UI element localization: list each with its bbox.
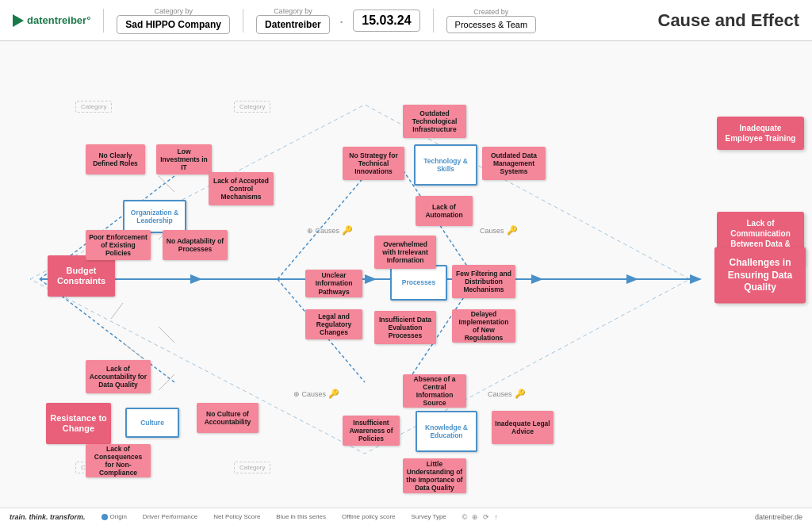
footer-legend-survey: Survey Type [412, 513, 446, 520]
category-label2: Category by [274, 7, 312, 15]
absence-central-note: Absence of a Central Information Source [403, 374, 466, 408]
causes-arrow3: 🔑 [328, 389, 339, 399]
lack-accepted-note: Lack of Accepted Control Mechanisms [209, 172, 274, 205]
outdated-dms-note: Outdated Data Management Systems [482, 147, 546, 180]
culture-text: Culture [140, 419, 164, 427]
svg-marker-9 [190, 274, 202, 284]
processes-text: Processes [402, 278, 436, 286]
svg-marker-1 [690, 274, 702, 284]
topic-field: Processes & Team [446, 16, 537, 33]
cat-label-bottom-right: Category [234, 462, 270, 473]
delayed-impl-note: Delayed Implementation of New Regulation… [452, 309, 515, 343]
overwhelmed-text: Overwhelmed with Irrelevant Information [377, 240, 433, 265]
poor-enforcement-text: Poor Enforcement of Existing Policies [89, 233, 147, 258]
outdated-infra-note: Outdated Technological Infrastructure [403, 105, 466, 138]
causes-label3-text: ⊕ Causes [293, 390, 326, 398]
insufficient-awareness-text: Insufficient Awareness of Policies [346, 419, 396, 443]
footer-legend-origin: Origin [102, 513, 127, 520]
footer-legend-driver: Driver Performance [143, 513, 197, 520]
date-field: 15.03.24 [353, 10, 419, 32]
inadequate-legal-note: Inadequate Legal Advice [492, 411, 553, 444]
no-strategy-text: No Strategy for Technical Innovations [346, 151, 401, 176]
category-label1: Category by [154, 7, 193, 15]
separator3 [433, 9, 434, 33]
cc-sa-icon: ⟳ [483, 513, 489, 521]
unclear-info-text: Unclear Information Pathways [308, 271, 359, 296]
outdated-dms-text: Outdated Data Management Systems [485, 151, 542, 176]
website: datentreiber.de [755, 513, 802, 521]
causes-label2: Causes 🔑 [480, 225, 518, 236]
svg-line-22 [111, 303, 123, 319]
processes-note: Processes [390, 265, 447, 301]
overwhelmed-note: Overwhelmed with Irrelevant Information [374, 236, 436, 269]
svg-line-20 [123, 343, 143, 358]
no-strategy-note: No Strategy for Technical Innovations [343, 147, 404, 180]
tech-skills-text: Technology & Skills [419, 157, 473, 173]
lack-accountability-note: Lack of Accountability for Data Quality [86, 360, 151, 393]
footer-legend-blue: Blue in this series [276, 513, 326, 520]
cc-icon: © [462, 513, 468, 521]
company-field: Sad HIPPO Company [117, 15, 230, 34]
svg-line-21 [159, 374, 174, 390]
causes-arrow1: 🔑 [342, 225, 353, 236]
causes-arrow4: 🔑 [515, 389, 526, 399]
share-icon: ↑ [494, 513, 498, 521]
logo-text: datentreiber° [27, 14, 90, 26]
legal-regulatory-note: Legal and Regulatory Changes [305, 309, 362, 339]
legal-reg-text: Legal and Regulatory Changes [308, 312, 359, 337]
cat-label-top-left: Category [75, 101, 112, 113]
little-understanding-text: Little Understanding of the Importance o… [406, 460, 463, 492]
company2-field: Datentreiber [256, 15, 330, 34]
main-effect-box: Challenges in Ensuring Data Quality [714, 247, 806, 304]
low-investments-note: Low Investments in IT [156, 144, 212, 174]
topic-group: Created by Processes & Team [446, 8, 537, 33]
outdated-infra-text: Outdated Technological Infrastructure [406, 109, 463, 134]
footer-legend-net: Net Policy Score [213, 513, 260, 520]
lack-consequences-note: Lack of Consequences for Non-Compliance [86, 444, 151, 477]
lack-accepted-text: Lack of Accepted Control Mechanisms [212, 177, 270, 201]
cc-by-icon: ⊕ [472, 513, 478, 521]
resistance-note: Resistance to Change [46, 403, 111, 444]
created-by-label: Created by [473, 8, 508, 16]
no-culture-note: No Culture of Accountability [197, 403, 259, 433]
org-leadership-note: Organization & Leadership [123, 200, 186, 233]
budget-constraints-text: Budget Constraints [51, 266, 112, 286]
causes-label4: Causes 🔑 [488, 389, 526, 399]
header-bar: datentreiber° Category by Sad HIPPO Comp… [0, 0, 812, 41]
svg-marker-12 [626, 274, 638, 284]
svg-line-17 [159, 176, 174, 192]
few-filtering-note: Few Filtering and Distribution Mechanism… [452, 265, 515, 298]
delayed-impl-text: Delayed Implementation of New Regulation… [455, 310, 512, 343]
main-effect-text: Challenges in Ensuring Data Quality [728, 257, 792, 293]
causes-label2-text: Causes [480, 227, 504, 235]
footer-icons: © ⊕ ⟳ ↑ [462, 513, 498, 521]
inadequate-training-text: Inadequate Employee Training [726, 124, 796, 143]
knowledge-education-note: Knowledge & Education [416, 411, 477, 452]
main-canvas: Category Category Category Category ⊕ Ca… [0, 41, 812, 509]
separator2 [243, 9, 243, 33]
absence-central-text: Absence of a Central Information Source [406, 375, 463, 408]
causes-label1: ⊕ Causes 🔑 [307, 225, 353, 236]
lack-automation-text: Lack of Automation [419, 203, 469, 219]
footer-legend-offline: Offline policy score [342, 513, 395, 520]
no-clearly-defined-note: No Clearly Defined Roles [86, 144, 145, 174]
slogan: train. think. transform. [10, 513, 86, 521]
knowledge-education-text: Knowledge & Education [420, 423, 473, 439]
svg-marker-10 [365, 274, 377, 284]
lack-automation-note: Lack of Automation [416, 196, 473, 226]
technology-skills-note: Technology & Skills [414, 144, 477, 186]
logo-icon [13, 14, 24, 27]
culture-note: Culture [125, 408, 179, 438]
low-investments-text: Low Investments in IT [159, 148, 209, 172]
resistance-text: Resistance to Change [49, 413, 108, 434]
no-adaptability-note: No Adaptability of Processes [163, 230, 228, 260]
unclear-info-note: Unclear Information Pathways [305, 270, 362, 297]
cat-label-top-right: Category [234, 101, 270, 113]
poor-enforcement-note: Poor Enforcement of Existing Policies [86, 230, 151, 260]
inadequate-training-effect: Inadequate Employee Training [717, 117, 804, 150]
svg-marker-11 [531, 274, 543, 284]
inadequate-legal-text: Inadequate Legal Advice [495, 420, 550, 435]
lack-consequences-text: Lack of Consequences for Non-Compliance [89, 445, 147, 477]
inefficient-data-note: Insufficient Data Evaluation Processes [374, 311, 436, 344]
logo: datentreiber° [13, 14, 90, 27]
